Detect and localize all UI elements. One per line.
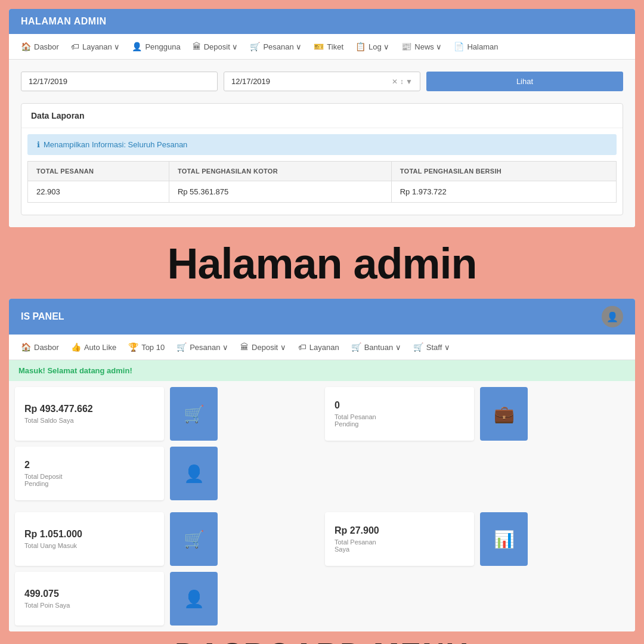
thumbsup-icon: 👍 <box>71 342 81 352</box>
is-nav-top10[interactable]: 🏆 Top 10 <box>128 339 165 355</box>
admin-header: HALAMAN ADMIN <box>9 9 635 34</box>
cart-icon-3: 🛒 <box>184 404 205 424</box>
data-laporan-card: Data Laporan ℹ Menampilkan Informasi: Se… <box>21 103 623 215</box>
card-deposit-pending: 2 Total Deposit Pending <box>15 447 164 500</box>
admin-content: 12/17/2019 ✕ ↕ ▼ Lihat Data Laporan ℹ Me… <box>9 60 635 227</box>
nav-layanan[interactable]: 🏷 Layanan ∨ <box>71 39 120 54</box>
is-nav-autolike[interactable]: 👍 Auto Like <box>71 339 116 355</box>
uang-masuk-label: Total Uang Masuk <box>24 542 77 549</box>
icon-card-user-2: 👤 <box>170 572 218 626</box>
is-nav-staff[interactable]: 🛒 Staff ∨ <box>413 339 450 355</box>
is-nav-top10-label: Top 10 <box>141 343 165 352</box>
is-nav-deposit[interactable]: 🏛 Deposit ∨ <box>240 339 286 355</box>
icon-card-cart-2: 🛒 <box>170 512 218 566</box>
bottom-section: IS PANEL 👤 🏠 Dasbor 👍 Auto Like 🏆 Top 10… <box>0 299 644 644</box>
is-nav-dasbor-label: Dasbor <box>34 343 59 352</box>
pesanan-saya-value: Rp 27.900 <box>335 525 379 536</box>
saldo-value: Rp 493.477.662 <box>24 404 93 414</box>
ticket-icon: 🎫 <box>314 42 324 51</box>
uang-masuk-value: Rp 1.051.000 <box>24 529 82 540</box>
trophy-icon: 🏆 <box>128 342 138 352</box>
info-text: Menampilkan Informasi: Seluruh Pesanan <box>44 140 187 149</box>
tag-icon: 🏷 <box>71 42 79 51</box>
date-to-value: 12/17/2019 <box>231 77 270 86</box>
nav-log[interactable]: 📋 Log ∨ <box>355 39 389 54</box>
chart-icon: 📊 <box>494 530 515 549</box>
table-row: 22.903 Rp 55.361.875 Rp 1.973.722 <box>28 181 617 203</box>
nav-tiket-label: Tiket <box>327 42 343 51</box>
info-icon: ℹ <box>37 140 40 149</box>
is-nav-bantuan[interactable]: 🛒 Bantuan ∨ <box>351 339 401 355</box>
is-nav: 🏠 Dasbor 👍 Auto Like 🏆 Top 10 🛒 Pesanan … <box>9 335 635 360</box>
card-header: Data Laporan <box>21 104 623 128</box>
deposit-pending-label: Total Deposit Pending <box>24 473 63 487</box>
welcome-prefix: Masuk! <box>18 366 45 375</box>
icon-card-chart: 📊 <box>480 512 528 566</box>
info-banner: ℹ Menampilkan Informasi: Seluruh Pesanan <box>27 134 617 155</box>
card-pesanan-pending: 0 Total Pesanan Pending <box>325 387 474 441</box>
is-nav-layanan-label: Layanan <box>309 343 339 352</box>
icon-card-cart-1: 🛒 <box>170 387 218 441</box>
log-icon: 📋 <box>355 42 366 51</box>
col-penghasilan-kotor: TOTAL PENGHASILAN KOTOR <box>169 162 391 181</box>
date-from-input[interactable] <box>21 72 218 91</box>
nav-news[interactable]: 📰 News ∨ <box>401 39 442 54</box>
user-icon-2: 👤 <box>184 464 205 484</box>
nav-layanan-label: Layanan ∨ <box>82 42 120 51</box>
nav-log-label: Log ∨ <box>369 42 389 51</box>
staff-icon: 🛒 <box>413 342 423 352</box>
user-icon: 👤 <box>132 42 142 51</box>
is-nav-layanan[interactable]: 🏷 Layanan <box>298 339 339 355</box>
is-header-title: IS PANEL <box>21 311 64 322</box>
nav-dasbor-label: Dasbor <box>34 42 59 51</box>
poin-saya-value: 499.075 <box>24 589 59 599</box>
nav-deposit-label: Deposit ∨ <box>204 42 239 51</box>
tag-icon-2: 🏷 <box>298 342 306 352</box>
date-to-container: 12/17/2019 ✕ ↕ ▼ <box>224 72 420 91</box>
top-section: HALAMAN ADMIN 🏠 Dasbor 🏷 Layanan ∨ 👤 Pen… <box>0 0 644 294</box>
briefcase-icon: 💼 <box>494 404 515 424</box>
nav-tiket[interactable]: 🎫 Tiket <box>314 39 343 54</box>
val-penghasilan-bersih: Rp 1.973.722 <box>391 181 616 203</box>
nav-pengguna[interactable]: 👤 Pengguna <box>132 39 180 54</box>
nav-halaman[interactable]: 📄 Halaman <box>454 39 498 54</box>
is-header: IS PANEL 👤 <box>9 299 635 335</box>
welcome-banner: Masuk! Selamat datang admin! <box>9 360 635 381</box>
cart-icon: 🛒 <box>250 42 260 51</box>
nav-pesanan[interactable]: 🛒 Pesanan ∨ <box>250 39 302 54</box>
nav-news-label: News ∨ <box>414 42 442 51</box>
icon-card-user-1: 👤 <box>170 447 218 500</box>
home-icon-2: 🏠 <box>21 342 31 352</box>
lihat-button[interactable]: Lihat <box>426 72 623 91</box>
page-icon: 📄 <box>454 42 464 51</box>
divider <box>0 294 644 299</box>
avatar: 👤 <box>602 306 623 327</box>
nav-dasbor[interactable]: 🏠 Dasbor <box>21 39 59 54</box>
nav-pesanan-label: Pesanan ∨ <box>263 42 302 51</box>
val-penghasilan-kotor: Rp 55.361.875 <box>169 181 391 203</box>
pesanan-saya-label: Total Pesanan Saya <box>335 538 376 553</box>
overlay-text-halaman-admin: Halaman admin <box>9 227 635 294</box>
nav-halaman-label: Halaman <box>467 42 498 51</box>
is-panel: IS PANEL 👤 🏠 Dasbor 👍 Auto Like 🏆 Top 10… <box>9 299 635 631</box>
news-icon: 📰 <box>401 42 411 51</box>
admin-nav: 🏠 Dasbor 🏷 Layanan ∨ 👤 Pengguna 🏛 Deposi… <box>9 34 635 60</box>
icon-card-briefcase: 💼 <box>480 387 528 441</box>
saldo-label: Total Saldo Saya <box>24 417 74 424</box>
is-nav-pesanan[interactable]: 🛒 Pesanan ∨ <box>177 339 228 355</box>
deposit-icon: 🏛 <box>193 42 201 51</box>
pesanan-pending-value: 0 <box>335 400 340 411</box>
card-pesanan-saya: Rp 27.900 Total Pesanan Saya <box>325 512 474 566</box>
col-total-pesanan: TOTAL PESANAN <box>28 162 169 181</box>
nav-deposit[interactable]: 🏛 Deposit ∨ <box>193 39 239 54</box>
val-total-pesanan: 22.903 <box>28 181 169 203</box>
col-penghasilan-bersih: TOTAL PENGHASILAN BERSIH <box>391 162 616 181</box>
is-nav-staff-label: Staff ∨ <box>426 343 450 352</box>
is-nav-dasbor[interactable]: 🏠 Dasbor <box>21 339 59 355</box>
date-clear[interactable]: ✕ ↕ ▼ <box>392 78 413 86</box>
poin-saya-label: Total Poin Saya <box>24 602 70 609</box>
is-nav-pesanan-label: Pesanan ∨ <box>190 343 228 352</box>
card-uang-masuk: Rp 1.051.000 Total Uang Masuk <box>15 512 164 566</box>
home-icon: 🏠 <box>21 42 31 51</box>
welcome-message: Selamat datang admin! <box>47 366 132 375</box>
